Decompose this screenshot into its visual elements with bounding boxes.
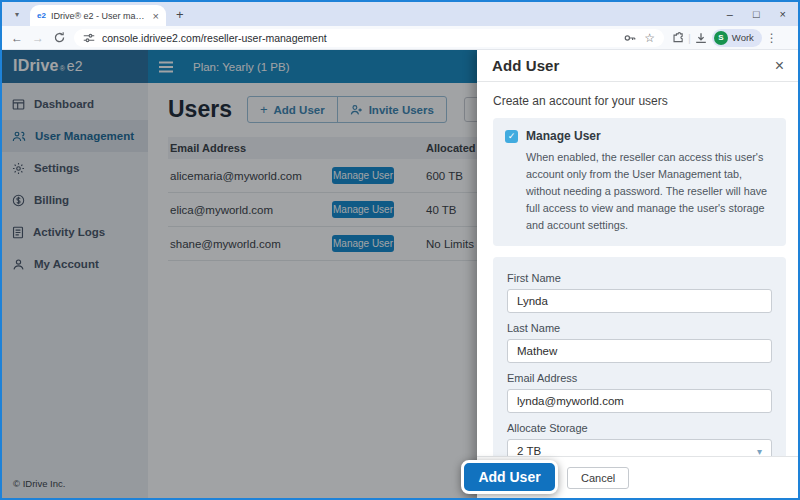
password-key-icon[interactable] [623,31,637,45]
extensions-icon[interactable] [672,31,685,44]
avatar: S [714,31,728,45]
maximize-button[interactable]: □ [753,8,760,20]
site-settings-icon[interactable] [83,32,95,44]
browser-toolbar: ← → console.idrivee2.com/reseller-user-m… [2,26,798,50]
email-address-field[interactable] [507,389,772,413]
user-details-panel: First Name Last Name Email Address Alloc… [493,257,786,477]
close-icon[interactable]: × [775,58,784,74]
profile-button[interactable]: S Work [712,29,762,47]
tab-search-icon[interactable]: ▾ [9,6,25,22]
forward-icon[interactable]: → [32,31,44,45]
manage-user-description: When enabled, the reseller can access th… [526,149,776,234]
manage-user-option: ✓ Manage User [505,129,774,143]
browser-menu-icon[interactable]: ⋮ [766,31,778,45]
add-user-submit-button[interactable]: Add User [461,460,558,494]
first-name-field[interactable] [507,289,772,313]
toolbar-divider: | [688,32,691,44]
profile-name: Work [732,32,754,43]
window-controls: – □ × [727,8,786,20]
bookmark-star-icon[interactable]: ☆ [644,31,655,45]
add-user-drawer: Add User × Create an account for your us… [477,50,798,498]
tab-strip: ▾ e2 IDrive® e2 - User management × + – … [2,2,798,26]
last-name-label: Last Name [507,322,772,334]
first-name-label: First Name [507,272,772,284]
url-text[interactable]: console.idrivee2.com/reseller-user-manag… [102,32,616,44]
email-address-label: Email Address [507,372,772,384]
browser-tab[interactable]: e2 IDrive® e2 - User management × [30,5,166,26]
browser-window: ▾ e2 IDrive® e2 - User management × + – … [0,0,800,500]
manage-user-checkbox[interactable]: ✓ [505,130,518,143]
allocate-storage-label: Allocate Storage [507,422,772,434]
tab-title: IDrive® e2 - User management [51,11,148,21]
last-name-field[interactable] [507,339,772,363]
site-favicon: e2 [37,11,46,20]
new-tab-button[interactable]: + [176,7,184,22]
window-close-button[interactable]: × [780,8,786,20]
address-bar[interactable]: console.idrivee2.com/reseller-user-manag… [74,29,664,47]
manage-user-panel: ✓ Manage User When enabled, the reseller… [493,118,786,246]
drawer-subtitle: Create an account for your users [493,94,782,108]
downloads-icon[interactable] [694,31,708,45]
manage-user-label: Manage User [526,129,601,143]
cancel-button[interactable]: Cancel [567,467,629,489]
minimize-button[interactable]: – [727,8,733,20]
refresh-icon[interactable] [53,31,66,44]
drawer-title: Add User [492,57,559,74]
drawer-header: Add User × [477,50,798,82]
tab-close-icon[interactable]: × [153,10,159,22]
back-icon[interactable]: ← [11,31,23,45]
app-area: IDrive ® e2 Dashboard User Management [2,50,798,498]
